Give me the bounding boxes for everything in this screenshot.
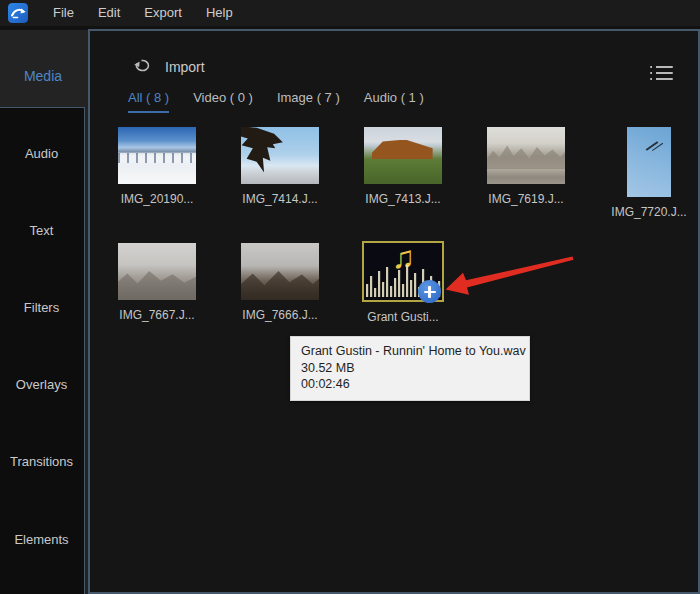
thumbnail-mountains-photo[interactable] — [487, 127, 565, 184]
menu-file[interactable]: File — [41, 0, 86, 26]
sidebar-item-overlays[interactable]: Overlays — [0, 377, 84, 392]
import-label: Import — [165, 59, 205, 75]
import-button[interactable]: Import — [132, 57, 205, 77]
thumbnail-foggy-photo[interactable] — [118, 243, 196, 300]
media-item[interactable]: IMG_7666.J... — [238, 243, 322, 322]
tooltip-duration: 00:02:46 — [301, 376, 519, 393]
sidebar-item-audio[interactable]: Audio — [0, 146, 84, 161]
tooltip-filesize: 30.52 MB — [301, 360, 519, 377]
sidebar-item-media[interactable]: Media — [0, 68, 86, 84]
menu-export[interactable]: Export — [132, 0, 194, 26]
media-item[interactable]: IMG_7413.J... — [361, 127, 445, 206]
tab-image[interactable]: Image ( 7 ) — [277, 90, 340, 113]
thumbnail-building-photo[interactable] — [364, 127, 442, 184]
list-view-toggle-icon[interactable] — [650, 62, 674, 84]
tab-audio[interactable]: Audio ( 1 ) — [364, 90, 424, 113]
sidebar: Audio Text Filters Overlays Transitions … — [0, 107, 85, 594]
tab-all[interactable]: All ( 8 ) — [128, 90, 169, 113]
import-icon — [132, 57, 152, 77]
tab-video[interactable]: Video ( 0 ) — [193, 90, 253, 113]
media-item[interactable]: IMG_7414.J... — [238, 127, 322, 206]
menu-help[interactable]: Help — [194, 0, 245, 26]
media-item[interactable]: IMG_7667.J... — [115, 243, 199, 322]
filter-tabs: All ( 8 ) Video ( 0 ) Image ( 7 ) Audio … — [128, 90, 424, 113]
media-item-name: IMG_20190... — [115, 192, 199, 206]
media-library-panel: Import All ( 8 ) Video ( 0 ) Image ( 7 )… — [88, 29, 700, 594]
thumbnail-pagoda-photo[interactable] — [241, 127, 319, 184]
thumbnail-dark-foggy-photo[interactable] — [241, 243, 319, 300]
app-logo-icon[interactable] — [8, 3, 28, 23]
sidebar-item-text[interactable]: Text — [0, 223, 84, 238]
sidebar-item-transitions[interactable]: Transitions — [0, 454, 84, 469]
list-line — [650, 78, 673, 80]
media-item-name: Grant Gusti... — [361, 310, 445, 324]
thumbnail-audio-waveform[interactable]: ♫ — [362, 241, 444, 302]
sidebar-item-filters[interactable]: Filters — [0, 300, 84, 315]
media-item-audio-selected[interactable]: ♫ Grant Gusti... — [361, 241, 445, 324]
media-item-name: IMG_7414.J... — [238, 192, 322, 206]
media-item-name: IMG_7619.J... — [484, 192, 568, 206]
tooltip-filename: Grant Gustin - Runnin' Home to You.wav — [301, 343, 519, 360]
media-item-name: IMG_7667.J... — [115, 308, 199, 322]
video-editor-window: { "app": { "menu": ["File", "Edit", "Exp… — [0, 0, 700, 594]
media-item[interactable]: IMG_20190... — [115, 127, 199, 206]
menu-bar: File Edit Export Help — [0, 0, 700, 26]
media-item-name: IMG_7666.J... — [238, 308, 322, 322]
media-item-name: IMG_7720.J... — [607, 205, 691, 219]
list-line — [650, 66, 673, 68]
list-line — [650, 72, 673, 74]
media-item[interactable]: IMG_7720.J... — [607, 127, 691, 219]
thumbnail-bridge-photo[interactable] — [118, 127, 196, 184]
add-to-track-button[interactable] — [418, 280, 441, 303]
audio-file-tooltip: Grant Gustin - Runnin' Home to You.wav 3… — [290, 336, 530, 401]
media-item[interactable]: IMG_7619.J... — [484, 127, 568, 206]
menu-edit[interactable]: Edit — [86, 0, 132, 26]
media-item-name: IMG_7413.J... — [361, 192, 445, 206]
sidebar-item-elements[interactable]: Elements — [0, 532, 84, 547]
thumbnail-sky-photo[interactable] — [627, 127, 671, 197]
